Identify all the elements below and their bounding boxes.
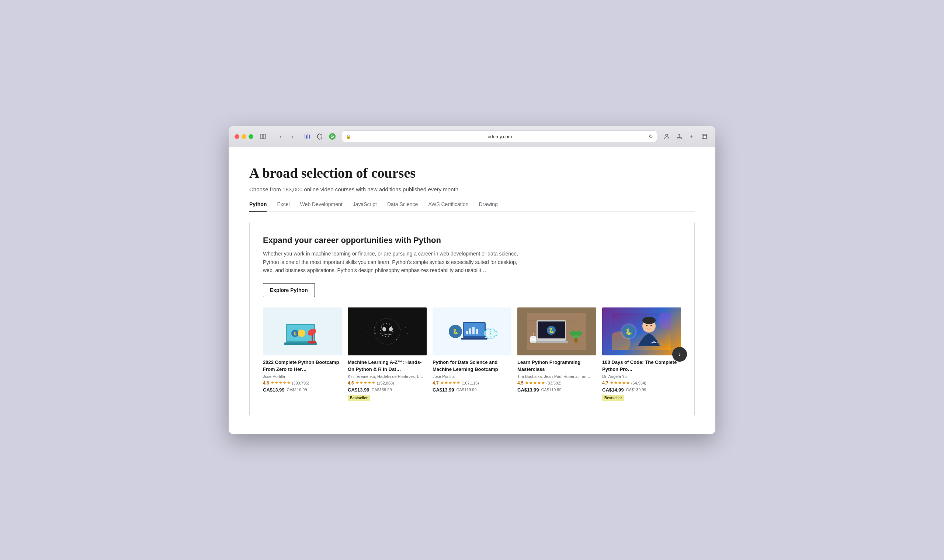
tab-web-development[interactable]: Web Development xyxy=(300,201,343,211)
section-description: Whether you work in machine learning or … xyxy=(263,249,521,274)
svg-point-40 xyxy=(398,324,399,325)
carousel-next-button[interactable]: › xyxy=(672,347,687,362)
svg-rect-1 xyxy=(263,134,265,138)
svg-point-31 xyxy=(385,336,386,337)
svg-rect-67 xyxy=(535,341,568,343)
svg-point-43 xyxy=(396,339,397,340)
svg-point-84 xyxy=(646,325,648,326)
svg-rect-5 xyxy=(309,135,310,138)
svg-text:G: G xyxy=(330,134,334,139)
browser-chrome: ‹ › G 🔒 udemy.com ↻ xyxy=(229,126,715,147)
share-icon[interactable] xyxy=(674,131,684,142)
svg-rect-58 xyxy=(461,338,488,340)
course-card-4[interactable]: 🐍 xyxy=(517,308,596,401)
forward-button[interactable]: › xyxy=(287,131,297,142)
back-button[interactable]: ‹ xyxy=(276,131,286,142)
page-title: A broad selection of courses xyxy=(249,165,695,181)
svg-point-46 xyxy=(405,328,406,328)
svg-point-38 xyxy=(375,333,376,334)
extension-bars-icon[interactable] xyxy=(302,131,312,142)
course-thumb-3: 🐍 xyxy=(433,308,511,355)
svg-rect-4 xyxy=(308,134,308,138)
browser-extensions: G xyxy=(302,131,337,142)
svg-point-23 xyxy=(383,324,384,325)
extension-g-icon[interactable]: G xyxy=(327,131,337,142)
svg-point-44 xyxy=(368,326,369,327)
course-thumb-5: 🐍 python xyxy=(602,308,681,355)
course-thumb-2 xyxy=(348,308,427,355)
explore-python-button[interactable]: Explore Python xyxy=(263,283,315,297)
tab-python[interactable]: Python xyxy=(249,201,266,212)
svg-point-48 xyxy=(382,327,386,331)
tabs-overview-icon[interactable] xyxy=(699,131,710,142)
minimize-button[interactable] xyxy=(242,134,246,139)
svg-point-45 xyxy=(367,331,367,332)
course-price-3: CA$13.99 CA$119.99 xyxy=(433,387,511,392)
svg-rect-11 xyxy=(703,135,707,138)
svg-point-21 xyxy=(374,318,400,344)
tab-javascript[interactable]: JavaScript xyxy=(353,201,377,211)
course-price-2: CA$13.99 CA$139.99 xyxy=(348,387,427,392)
profile-icon[interactable] xyxy=(662,131,672,142)
reload-icon[interactable]: ↻ xyxy=(648,134,653,139)
svg-point-35 xyxy=(381,328,382,328)
tab-excel[interactable]: Excel xyxy=(277,201,290,211)
course-rating-3: 4.7 ★ ★ ★ ★ ★ (107,115) xyxy=(433,380,511,386)
bestseller-badge-2: Bestseller xyxy=(348,395,370,401)
course-card-1[interactable]: 🐍 2022 Complete Python Bootcamp From Zer… xyxy=(263,308,342,401)
svg-rect-9 xyxy=(677,137,681,139)
svg-point-47 xyxy=(407,333,408,334)
url-text: udemy.com xyxy=(353,134,647,139)
svg-point-71 xyxy=(576,331,582,336)
course-rating-4: 4.5 ★ ★ ★ ★ ★ (83,582) xyxy=(517,380,596,386)
course-author-2: Kirill Eremenko, Hadelin de Ponteves, L… xyxy=(348,374,427,378)
lock-icon: 🔒 xyxy=(346,134,351,139)
sidebar-toggle-icon[interactable] xyxy=(258,131,268,142)
tab-aws-certification[interactable]: AWS Certification xyxy=(428,201,468,211)
course-thumb-4: 🐍 xyxy=(517,308,596,355)
course-name-5: 100 Days of Code: The Complete Python Pr… xyxy=(602,359,681,372)
svg-rect-55 xyxy=(469,328,471,334)
svg-point-83 xyxy=(642,317,656,324)
category-tabs: Python Excel Web Development JavaScript … xyxy=(249,201,695,212)
course-name-4: Learn Python Programming Masterclass xyxy=(517,359,596,372)
svg-point-42 xyxy=(399,335,399,335)
course-rating-5: 4.7 ★ ★ ★ ★ ★ (64,934) xyxy=(602,380,681,386)
course-name-2: Machine Learning A-Z™: Hands-On Python &… xyxy=(348,359,427,372)
course-card-3[interactable]: 🐍 xyxy=(433,308,511,401)
svg-rect-0 xyxy=(260,134,263,138)
close-button[interactable] xyxy=(234,134,239,139)
svg-point-74 xyxy=(530,341,536,343)
browser-window: ‹ › G 🔒 udemy.com ↻ xyxy=(229,126,715,434)
course-author-4: Tim Buchalka, Jean-Paul Roberts, Tim … xyxy=(517,374,596,378)
svg-point-73 xyxy=(530,336,536,338)
course-author-1: Jose Portilla xyxy=(263,374,342,378)
new-tab-icon[interactable]: + xyxy=(687,131,697,142)
course-name-1: 2022 Complete Python Bootcamp From Zero … xyxy=(263,359,342,372)
svg-text:🐍: 🐍 xyxy=(625,328,632,335)
svg-text:🐍: 🐍 xyxy=(453,328,459,335)
course-card-5[interactable]: 🐍 python 100 Days of Code: The Complete … xyxy=(602,308,681,401)
section-title: Expand your career opportunities with Py… xyxy=(263,235,681,245)
course-price-1: CA$13.99 CA$119.99 xyxy=(263,387,342,392)
svg-point-24 xyxy=(386,323,387,324)
svg-point-37 xyxy=(374,328,375,328)
courses-grid: 🐍 2022 Complete Python Bootcamp From Zer… xyxy=(263,308,681,401)
svg-point-85 xyxy=(650,325,652,326)
tab-drawing[interactable]: Drawing xyxy=(479,201,497,211)
svg-point-34 xyxy=(380,330,381,331)
svg-rect-3 xyxy=(306,135,307,138)
course-card-2[interactable]: Machine Learning A-Z™: Hands-On Python &… xyxy=(348,308,427,401)
svg-text:🐍: 🐍 xyxy=(548,328,555,334)
maximize-button[interactable] xyxy=(248,134,253,139)
extension-shield-icon[interactable] xyxy=(314,131,325,142)
address-bar[interactable]: 🔒 udemy.com ↻ xyxy=(342,131,657,142)
courses-section: Expand your career opportunities with Py… xyxy=(249,222,695,416)
traffic-lights xyxy=(234,134,253,139)
browser-navigation: ‹ › xyxy=(276,131,297,142)
course-price-4: CA$13.99 CA$119.99 xyxy=(517,387,596,392)
bestseller-badge-5: Bestseller xyxy=(602,395,624,401)
tab-data-science[interactable]: Data Science xyxy=(387,201,418,211)
svg-rect-2 xyxy=(305,134,305,138)
svg-point-32 xyxy=(382,335,383,336)
